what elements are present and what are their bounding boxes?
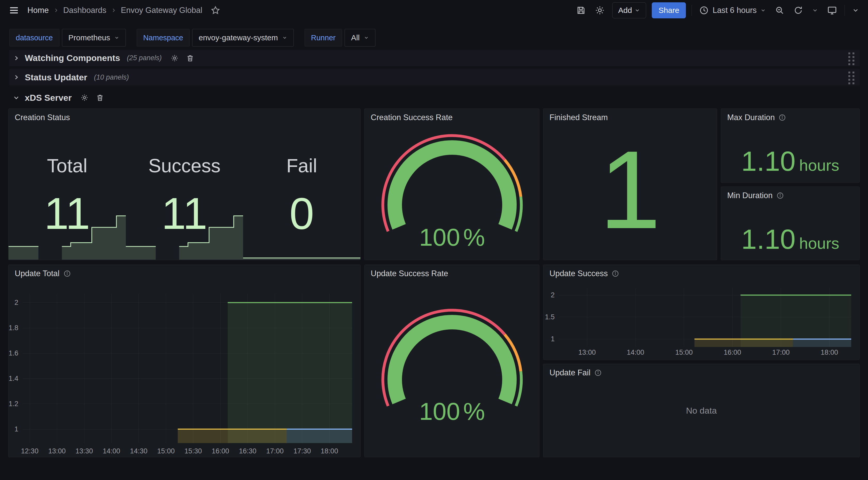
- favorite-button[interactable]: [209, 4, 222, 17]
- dashboard-settings-button[interactable]: [593, 4, 607, 17]
- y-tick-label: 1.2: [8, 400, 18, 408]
- variable-value-dropdown[interactable]: All: [345, 29, 375, 47]
- variable-label: datasource: [9, 29, 59, 47]
- add-button[interactable]: Add: [612, 2, 646, 18]
- variable-value-dropdown[interactable]: envoy-gateway-system: [192, 29, 294, 47]
- refresh-button[interactable]: [792, 4, 805, 17]
- x-tick-label: 15:00: [675, 349, 693, 356]
- breadcrumb-home[interactable]: Home: [27, 6, 49, 15]
- panel-title[interactable]: Max Duration: [727, 113, 786, 122]
- gauge-chart: 100%: [365, 109, 540, 261]
- y-tick-label: 1.5: [545, 313, 555, 321]
- panel-update-total: Update Total 12:3013:0013:3014:0014:3015…: [8, 265, 361, 457]
- variable-namespace: Namespace envoy-gateway-system: [137, 29, 294, 47]
- gauge-value-text: 100%: [419, 223, 485, 251]
- breadcrumb-dashboards[interactable]: Dashboards: [63, 6, 106, 15]
- variable-runner: Runner All: [305, 29, 375, 47]
- toolbar-overflow-dropdown[interactable]: [850, 5, 861, 16]
- panel-creation-status: Creation Status Total 11 Success 11 Fail…: [8, 109, 361, 260]
- share-button[interactable]: Share: [652, 2, 686, 18]
- y-tick-label: 1: [551, 335, 555, 343]
- x-tick-label: 14:00: [103, 447, 120, 455]
- row-watching-components[interactable]: Watching Components (25 panels): [9, 50, 860, 66]
- save-dashboard-button[interactable]: [575, 4, 587, 17]
- sparkline-fill: [8, 246, 38, 260]
- toolbar-divider: [844, 5, 845, 16]
- tv-mode-button[interactable]: [826, 4, 839, 17]
- grafana-dashboard: Home Dashboards Envoy Gateway Global: [0, 0, 868, 480]
- panel-creation-success-rate: Creation Success Rate 100%: [364, 109, 539, 260]
- row-panel-count: (10 panels): [94, 73, 129, 81]
- chevron-down-icon: [13, 94, 20, 101]
- dashboard-variables: datasource Prometheus Namespace envoy-ga…: [9, 29, 375, 47]
- y-tick-label: 2: [14, 299, 18, 306]
- stat-label: Fail: [286, 155, 317, 177]
- row-settings-gear-icon[interactable]: [170, 54, 179, 62]
- x-tick-label: 14:30: [130, 447, 148, 455]
- row-status-updater[interactable]: Status Updater (10 panels): [9, 69, 860, 86]
- row-drag-handle[interactable]: [847, 69, 856, 85]
- x-tick-label: 15:30: [184, 447, 202, 455]
- x-tick-label: 13:00: [48, 447, 66, 455]
- series-fill-yellow: [694, 339, 793, 347]
- stat-value: 1.10: [741, 145, 796, 177]
- panel-update-success-rate: Update Success Rate 100%: [364, 265, 539, 457]
- time-series-chart[interactable]: 12:3013:0013:3014:0014:3015:0015:3016:00…: [8, 265, 361, 457]
- stat-fail: Fail 0: [243, 124, 361, 260]
- info-icon[interactable]: [776, 192, 784, 200]
- y-tick-label: 1: [14, 425, 18, 433]
- variable-value: Prometheus: [68, 33, 110, 42]
- chevron-down-icon: [812, 7, 818, 13]
- panel-title[interactable]: Creation Status: [15, 113, 70, 122]
- menu-button[interactable]: [7, 4, 21, 17]
- x-tick-label: 17:00: [772, 349, 790, 356]
- panel-title[interactable]: Min Duration: [727, 191, 784, 200]
- time-series-chart[interactable]: 13:0014:0015:0016:0017:0018:0011.52: [543, 265, 860, 360]
- panel-finished-stream: Finished Stream 1: [543, 109, 717, 260]
- row-title: Watching Components: [25, 53, 120, 63]
- panel-max-duration: Max Duration 1.10 hours: [721, 109, 860, 183]
- stat-label: Total: [47, 155, 87, 177]
- row-delete-trash-icon[interactable]: [96, 93, 104, 102]
- stat-total: Total 11: [8, 124, 126, 260]
- y-tick-label: 1.4: [8, 374, 18, 382]
- variable-value-dropdown[interactable]: Prometheus: [62, 29, 126, 47]
- hamburger-icon: [9, 5, 19, 16]
- stat-label: Success: [148, 155, 221, 177]
- variable-value: All: [351, 33, 360, 42]
- sparkline-chart: [126, 214, 243, 260]
- stat-unit: hours: [799, 234, 839, 252]
- duration-stat: 1.10 hours: [721, 145, 860, 177]
- stat-value: 1: [543, 109, 717, 260]
- gauge-value-arc: [395, 148, 509, 227]
- row-settings-gear-icon[interactable]: [80, 93, 89, 102]
- row-xds-server[interactable]: xDS Server: [9, 90, 319, 105]
- no-data-message: No data: [543, 364, 860, 457]
- x-tick-label: 15:00: [157, 447, 175, 455]
- refresh-interval-dropdown[interactable]: [810, 6, 820, 15]
- chevron-down-icon: [634, 7, 640, 13]
- row-title: xDS Server: [25, 93, 71, 103]
- breadcrumb-separator-icon: [53, 7, 59, 13]
- add-button-label: Add: [618, 6, 632, 15]
- y-tick-label: 2: [551, 291, 555, 299]
- gauge-value-arc: [395, 322, 509, 401]
- row-delete-trash-icon[interactable]: [186, 54, 194, 62]
- row-drag-handle[interactable]: [847, 50, 856, 66]
- zoom-out-time-button[interactable]: [773, 4, 786, 17]
- chevron-right-icon: [13, 74, 20, 81]
- variable-value: envoy-gateway-system: [199, 33, 278, 42]
- toolbar-divider: [691, 5, 692, 16]
- info-icon[interactable]: [778, 114, 786, 121]
- variable-label: Namespace: [137, 29, 190, 47]
- monitor-icon: [827, 5, 837, 16]
- y-tick-label: 1.8: [8, 324, 18, 332]
- gauge-value-text: 100%: [419, 398, 485, 425]
- x-tick-label: 16:30: [239, 447, 256, 455]
- clock-icon: [699, 5, 709, 15]
- sparkline-fill: [126, 246, 156, 260]
- breadcrumb: Home Dashboards Envoy Gateway Global: [27, 6, 202, 15]
- x-tick-label: 16:00: [212, 447, 229, 455]
- gear-icon: [595, 5, 605, 16]
- time-range-picker[interactable]: Last 6 hours: [698, 5, 768, 16]
